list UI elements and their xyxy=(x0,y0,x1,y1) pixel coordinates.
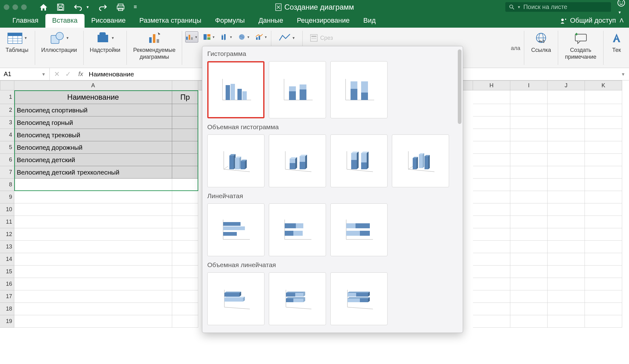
row-header[interactable]: 19 xyxy=(0,315,14,328)
column-header-h[interactable]: H xyxy=(473,80,510,90)
row-header[interactable]: 17 xyxy=(0,290,14,303)
column-header-k[interactable]: K xyxy=(585,80,622,90)
row-header[interactable]: 13 xyxy=(0,241,14,253)
tab-insert[interactable]: Вставка xyxy=(45,14,85,28)
undo-icon[interactable] xyxy=(73,3,83,11)
row-header[interactable]: 15 xyxy=(0,266,14,278)
column-header-a[interactable]: A xyxy=(14,80,172,90)
cell[interactable] xyxy=(473,90,510,104)
stacked-column-option[interactable] xyxy=(269,61,326,118)
tab-view[interactable]: Вид xyxy=(356,14,383,28)
row-header[interactable]: 11 xyxy=(0,216,14,228)
cell[interactable] xyxy=(172,116,198,129)
cell[interactable] xyxy=(172,166,198,179)
expand-formula-bar-icon[interactable]: ▼ xyxy=(617,72,629,77)
maximize-window-icon[interactable] xyxy=(21,4,27,10)
enter-formula-icon[interactable]: ✓ xyxy=(65,70,71,78)
3d-stacked-bar-option[interactable] xyxy=(269,272,326,325)
recommended-charts-button[interactable]: Рекомендуемые диаграммы xyxy=(130,30,178,67)
row-header[interactable]: 16 xyxy=(0,278,14,290)
close-window-icon[interactable] xyxy=(4,4,9,10)
row-header[interactable]: 8 xyxy=(0,179,14,191)
qat-customize-icon[interactable]: ≡ xyxy=(134,4,137,10)
cancel-formula-icon[interactable]: ✕ xyxy=(54,70,60,78)
dropdown-scrollbar[interactable] xyxy=(458,49,461,124)
illustrations-button[interactable]: ▼ Иллюстрации xyxy=(38,30,80,67)
cell[interactable]: Велосипед детский xyxy=(14,154,172,166)
save-icon[interactable] xyxy=(57,3,65,11)
map-chart-button[interactable]: ▼ xyxy=(237,31,250,43)
svg-rect-106 xyxy=(223,226,245,230)
collapse-ribbon-icon[interactable]: ᐱ xyxy=(620,17,623,28)
hyperlink-button[interactable]: Ссылка xyxy=(528,30,554,67)
print-icon[interactable] xyxy=(116,3,125,11)
name-box[interactable]: A1 ▼ xyxy=(0,68,50,80)
addins-button[interactable]: ▼ Надстройки xyxy=(87,30,124,67)
cell[interactable]: Пр xyxy=(172,90,198,104)
cell[interactable]: Наименование xyxy=(14,90,172,104)
select-all-corner[interactable] xyxy=(0,80,14,90)
3d-clustered-column-option[interactable] xyxy=(207,134,264,187)
column-header-b[interactable] xyxy=(172,80,198,90)
row-header[interactable]: 12 xyxy=(0,228,14,241)
cell[interactable]: Велосипед детский трехколесный xyxy=(14,166,172,179)
column-chart-button[interactable]: ▼ xyxy=(185,31,198,43)
cell[interactable]: Велосипед трековый xyxy=(14,129,172,141)
cell[interactable] xyxy=(510,90,548,104)
search-input[interactable]: ▼ Поиск на листе xyxy=(505,2,611,12)
tab-review[interactable]: Рецензирование xyxy=(290,14,356,28)
tables-button[interactable]: ▼ Таблицы xyxy=(2,30,32,67)
3d-clustered-bar-option[interactable] xyxy=(207,272,264,325)
row-header[interactable]: 7 xyxy=(0,166,14,179)
feedback-icon[interactable]: ▼ xyxy=(617,0,625,16)
new-comment-button[interactable]: Создать примечание xyxy=(562,30,599,67)
3d-stacked-100-column-option[interactable] xyxy=(330,134,388,187)
clustered-column-option[interactable] xyxy=(207,61,264,118)
tab-data[interactable]: Данные xyxy=(252,14,290,28)
cell[interactable]: Велосипед горный xyxy=(14,116,172,129)
row-header[interactable]: 14 xyxy=(0,253,14,266)
row-header[interactable]: 2 xyxy=(0,104,14,116)
redo-icon[interactable] xyxy=(98,3,108,11)
cell[interactable]: Велосипед дорожный xyxy=(14,141,172,154)
cell[interactable] xyxy=(172,141,198,154)
3d-stacked-100-bar-option[interactable] xyxy=(330,272,388,325)
statistical-chart-button[interactable]: ▼ xyxy=(220,31,233,43)
search-dropdown-icon[interactable]: ▼ xyxy=(517,5,521,9)
row-header[interactable]: 9 xyxy=(0,191,14,203)
tab-formulas[interactable]: Формулы xyxy=(208,14,252,28)
fx-label[interactable]: fx xyxy=(75,71,86,78)
row-header[interactable]: 18 xyxy=(0,303,14,315)
hierarchy-chart-button[interactable]: ▼ xyxy=(203,31,216,43)
cell[interactable] xyxy=(172,104,198,116)
stacked-100-column-option[interactable] xyxy=(330,61,388,118)
row-header[interactable]: 3 xyxy=(0,116,14,129)
row-header[interactable]: 1 xyxy=(0,90,14,104)
column-header-i[interactable]: I xyxy=(510,80,548,90)
text-button[interactable]: Тек xyxy=(607,30,626,67)
tab-page-layout[interactable]: Разметка страницы xyxy=(132,14,208,28)
cell[interactable] xyxy=(585,90,622,104)
tab-home[interactable]: Главная xyxy=(6,14,45,28)
cell[interactable] xyxy=(172,154,198,166)
row-header[interactable]: 5 xyxy=(0,141,14,154)
3d-stacked-column-option[interactable] xyxy=(269,134,326,187)
cell[interactable] xyxy=(172,129,198,141)
column-header-j[interactable]: J xyxy=(548,80,585,90)
cell[interactable]: Велосипед спортивный xyxy=(14,104,172,116)
share-button[interactable]: Общий доступ xyxy=(560,16,616,28)
home-icon[interactable] xyxy=(39,3,48,11)
minimize-window-icon[interactable] xyxy=(12,4,18,10)
cell[interactable] xyxy=(548,90,585,104)
clustered-bar-option[interactable] xyxy=(207,203,264,256)
3d-column-option[interactable] xyxy=(392,134,449,187)
stacked-100-bar-option[interactable] xyxy=(330,203,388,256)
tab-draw[interactable]: Рисование xyxy=(85,14,133,28)
row-header[interactable]: 6 xyxy=(0,154,14,166)
row-header[interactable]: 10 xyxy=(0,203,14,216)
name-box-dropdown-icon[interactable]: ▼ xyxy=(41,72,46,77)
stacked-bar-option[interactable] xyxy=(269,203,326,256)
undo-dropdown-icon[interactable]: ▼ xyxy=(86,5,90,9)
combo-chart-button[interactable]: ▼ xyxy=(255,31,268,43)
row-header[interactable]: 4 xyxy=(0,129,14,141)
